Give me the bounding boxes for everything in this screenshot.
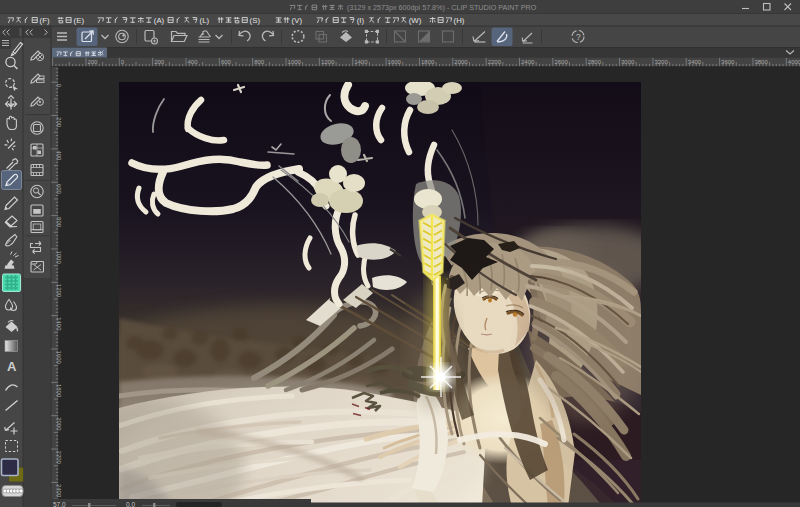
svg-text:(F): (F): [40, 16, 50, 25]
svg-text:1400: 1400: [56, 317, 62, 331]
svg-text:2200: 2200: [56, 451, 62, 465]
svg-text:1400: 1400: [354, 59, 368, 65]
svg-text:1200: 1200: [321, 59, 335, 65]
svg-text:(V): (V): [292, 16, 303, 25]
svg-text:600: 600: [221, 59, 232, 65]
svg-text:1000: 1000: [56, 250, 62, 264]
svg-text:57.0: 57.0: [53, 501, 66, 507]
svg-text:1800: 1800: [56, 384, 62, 398]
svg-text:3200: 3200: [654, 59, 668, 65]
svg-text:?: ?: [576, 32, 581, 42]
svg-text:2000: 2000: [454, 59, 468, 65]
svg-text:3400: 3400: [688, 59, 702, 65]
svg-text:600: 600: [56, 184, 62, 195]
svg-text:200: 200: [56, 117, 62, 128]
svg-text:(E): (E): [74, 16, 85, 25]
svg-text:2800: 2800: [588, 59, 602, 65]
svg-text:1000: 1000: [288, 59, 302, 65]
svg-text:3000: 3000: [621, 59, 635, 65]
svg-text:(W): (W): [409, 16, 422, 25]
svg-text:200: 200: [87, 59, 98, 65]
svg-text:(S): (S): [250, 16, 261, 25]
svg-text:A: A: [7, 359, 17, 374]
svg-text:400: 400: [56, 150, 62, 161]
svg-text:1800: 1800: [421, 59, 435, 65]
svg-text:2200: 2200: [488, 59, 502, 65]
svg-text:800: 800: [254, 59, 265, 65]
svg-text:200: 200: [154, 59, 165, 65]
svg-text:800: 800: [56, 217, 62, 228]
svg-text:3600: 3600: [721, 59, 735, 65]
svg-text:(I): (I): [357, 16, 365, 25]
svg-text:2600: 2600: [554, 59, 568, 65]
svg-text:3800: 3800: [754, 59, 768, 65]
svg-text:2400: 2400: [521, 59, 535, 65]
svg-text:(A): (A): [154, 16, 165, 25]
svg-text:4000: 4000: [788, 59, 800, 65]
svg-text:(H): (H): [454, 16, 465, 25]
svg-text:1600: 1600: [388, 59, 402, 65]
svg-text:(L): (L): [200, 16, 210, 25]
svg-text:(3129 x 2573px 600dpi 57.8%) -: (3129 x 2573px 600dpi 57.8%) - CLIP STUD…: [347, 3, 537, 12]
svg-text:0.0: 0.0: [126, 501, 135, 507]
svg-text:1600: 1600: [56, 351, 62, 365]
svg-text:1200: 1200: [56, 284, 62, 298]
svg-text:400: 400: [188, 59, 199, 65]
svg-text:2000: 2000: [56, 417, 62, 431]
